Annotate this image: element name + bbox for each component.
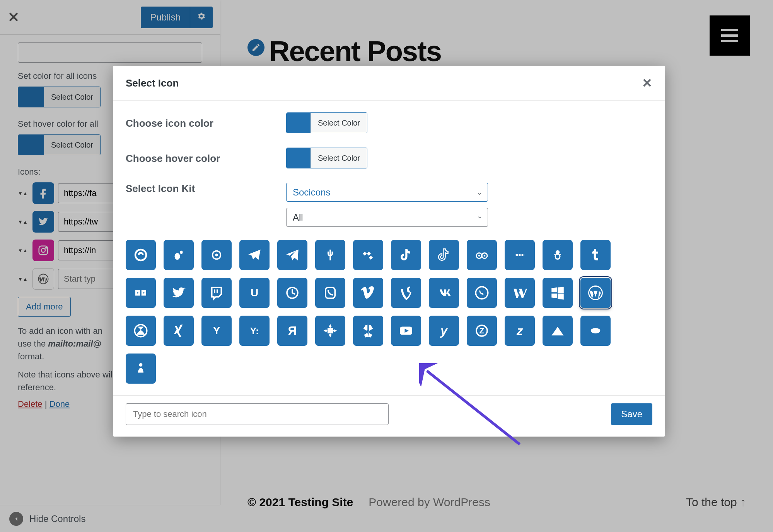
svg-point-7 [135,250,146,260]
save-button[interactable]: Save [611,403,652,425]
modal-title: Select Icon [126,77,179,89]
search-icon-input[interactable] [126,403,389,425]
svg-rect-28 [326,287,335,298]
tunein-icon[interactable] [126,278,156,308]
svg-text:Y: Y [213,325,220,337]
icon-color-picker[interactable]: Select Color [286,112,367,133]
hover-color-picker[interactable]: Select Color [286,148,367,168]
modal-close-button[interactable]: ✕ [642,76,652,90]
tumblr-icon[interactable] [580,240,611,270]
icon-grid: UYY:ЯyZz [126,240,645,384]
wordpress-icon[interactable] [580,278,611,308]
svg-point-25 [143,292,145,294]
vk-icon[interactable] [429,278,459,308]
select-color-button[interactable]: Select Color [311,113,367,133]
zomato-icon[interactable] [580,316,611,346]
svg-point-15 [484,255,486,257]
yelp-icon[interactable] [353,316,383,346]
zerply-icon[interactable]: z [505,316,535,346]
svg-point-24 [137,292,138,294]
yelp-alt-icon[interactable] [315,316,345,346]
swarm-icon[interactable] [164,240,194,270]
yandex-icon[interactable]: Я [277,316,307,346]
svg-point-9 [180,251,183,254]
twitter-icon[interactable] [164,278,194,308]
fork-icon[interactable] [315,240,345,270]
svg-point-14 [478,255,480,257]
younow-icon[interactable]: y [429,316,459,346]
zynga-icon[interactable] [126,354,156,384]
color-swatch [287,113,311,133]
telegram-icon[interactable] [239,240,270,270]
svg-text:y: y [440,324,448,338]
tiktok-icon[interactable] [391,240,421,270]
youtube-icon[interactable] [391,316,421,346]
hover-color-label: Choose hover color [126,153,286,165]
svg-text:z: z [516,324,523,338]
symphony-icon[interactable] [201,240,232,270]
xing-icon[interactable] [164,316,194,346]
windows-icon[interactable] [543,278,573,308]
tripadvisor-icon[interactable] [467,240,497,270]
svg-point-8 [175,253,180,260]
unsplash-icon[interactable] [277,278,307,308]
icon-filter-select[interactable]: All [286,208,488,227]
trip-icon[interactable] [505,240,535,270]
svg-point-41 [591,328,601,333]
svg-point-11 [215,254,218,257]
svg-point-29 [476,287,488,299]
select-icon-modal: Select Icon ✕ Choose icon color Select C… [113,66,665,437]
svg-text:U: U [251,287,258,299]
color-swatch [287,148,311,168]
tidal-icon[interactable] [353,240,383,270]
wikipedia-icon[interactable] [505,278,535,308]
yammer-icon[interactable]: Y: [239,316,270,346]
whatsapp-icon[interactable] [467,278,497,308]
icon-color-label: Choose icon color [126,117,286,129]
zazzle-icon[interactable]: Z [467,316,497,346]
tiktok-alt-icon[interactable] [429,240,459,270]
vimeo-icon[interactable] [353,278,383,308]
select-kit-label: Select Icon Kit [126,183,286,195]
stumbleupon-icon[interactable] [126,240,156,270]
vine-icon[interactable] [391,278,421,308]
udemy-icon[interactable]: U [239,278,270,308]
yahoo-icon[interactable]: Y [201,316,232,346]
svg-text:Y:: Y: [250,326,259,336]
viber-icon[interactable] [315,278,345,308]
triller-icon[interactable] [543,240,573,270]
svg-text:Z: Z [479,326,485,335]
select-color-button[interactable]: Select Color [311,148,367,168]
xbox-icon[interactable] [126,316,156,346]
svg-rect-35 [328,328,333,333]
svg-point-20 [556,250,560,255]
zillow-icon[interactable] [543,316,573,346]
telegram-plane-icon[interactable] [277,240,307,270]
twitch-icon[interactable] [201,278,232,308]
svg-text:Я: Я [288,324,297,338]
icon-kit-select[interactable]: Socicons [286,183,488,202]
